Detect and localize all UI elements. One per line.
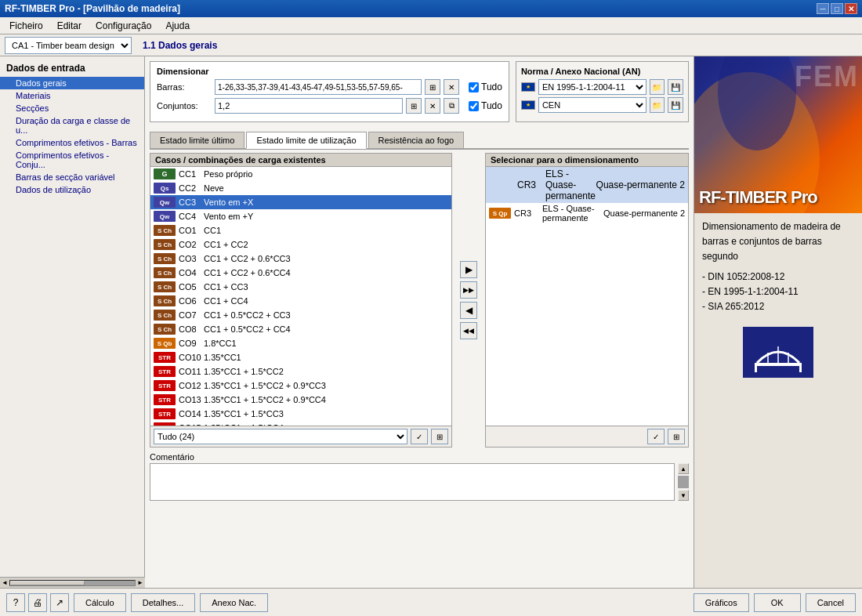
main-area: Dados de entrada Dados gerais Materiais … xyxy=(0,56,862,588)
an-save-btn[interactable]: 💾 xyxy=(668,97,683,113)
comment-scroll-up[interactable]: ▲ xyxy=(678,463,689,474)
list-item[interactable]: S Ch CO8 CC1 + 0.5*CC2 + CC4 xyxy=(150,322,451,336)
sidebar-item-barras-variavel[interactable]: Barras de secção variável xyxy=(0,171,144,183)
lc-badge: S Ch xyxy=(154,310,176,321)
cancel-button[interactable]: Cancel xyxy=(806,593,856,612)
comment-scrollbar[interactable]: ▲ ▼ xyxy=(678,463,689,501)
barras-select-btn[interactable]: ⊞ xyxy=(425,79,440,95)
sidebar-scrollbar[interactable]: ◄ ► xyxy=(0,577,145,588)
conjuntos-tudo-checkbox[interactable] xyxy=(469,101,479,111)
lc-badge: G xyxy=(154,168,176,179)
sidebar-item-materiais[interactable]: Materiais xyxy=(0,89,144,102)
list-item[interactable]: S Ch CO6 CC1 + CC4 xyxy=(150,294,451,308)
window-title: RF-TIMBER Pro - [Pavilhão de madeira] xyxy=(5,3,180,14)
selected-cases-panel: Selecionar para o dimensionamento CR3 EL… xyxy=(485,153,689,448)
norma-save-btn[interactable]: 💾 xyxy=(668,79,683,95)
bridge-svg xyxy=(751,333,806,372)
list-item[interactable]: STR CO12 1.35*CC1 + 1.5*CC2 + 0.9*CC3 xyxy=(150,379,451,393)
cases-grid-btn[interactable]: ⊞ xyxy=(431,429,448,444)
scroll-track[interactable] xyxy=(9,580,136,586)
add-one-button[interactable]: ▶ xyxy=(460,261,477,278)
list-item[interactable]: S Ch CO3 CC1 + CC2 + 0.6*CC3 xyxy=(150,252,451,266)
tab-els[interactable]: Estado limite de utilização xyxy=(246,132,366,149)
list-item[interactable]: STR CO10 1.35*CC1 xyxy=(150,350,451,364)
cases-filter-dropdown[interactable]: Tudo (24) xyxy=(154,429,407,444)
sidebar-item-dados-gerais[interactable]: Dados gerais xyxy=(0,77,144,89)
anexo-button[interactable]: Anexo Nac. xyxy=(200,593,268,612)
sidebar-item-dados-util[interactable]: Dados de utilização xyxy=(0,183,144,196)
conjuntos-extra-btn[interactable]: ⧉ xyxy=(444,98,459,114)
lc-badge: Qs xyxy=(154,183,176,194)
list-item[interactable]: S Ch CO5 CC1 + CC3 xyxy=(150,280,451,294)
barras-input[interactable] xyxy=(215,79,422,95)
sidebar-item-comp-conj[interactable]: Comprimentos efetivos - Conju... xyxy=(0,149,144,171)
sidebar-item-duracao[interactable]: Duração da carga e classe de u... xyxy=(0,114,144,136)
selected-item[interactable]: S Qp CR3 ELS - Quase-permanente Quase-pe… xyxy=(486,203,688,223)
help-button[interactable]: ? xyxy=(6,593,25,612)
ok-button[interactable]: OK xyxy=(754,593,801,612)
conjuntos-input[interactable] xyxy=(215,98,403,114)
comment-scroll-down[interactable]: ▼ xyxy=(678,490,689,501)
comment-section: Comentário ▲ ▼ xyxy=(150,452,689,501)
list-item[interactable]: G CC1 Peso próprio xyxy=(150,167,451,181)
norma-select[interactable]: EN 1995-1-1:2004-11 xyxy=(538,79,646,95)
cases-check-btn[interactable]: ✓ xyxy=(411,429,428,444)
minimize-button[interactable]: ─ xyxy=(817,3,829,14)
menu-configuracao[interactable]: Configuração xyxy=(89,19,158,33)
menu-ficheiro[interactable]: Ficheiro xyxy=(3,19,49,33)
lc-badge: STR xyxy=(154,352,176,363)
remove-all-button[interactable]: ◀◀ xyxy=(460,322,477,339)
barras-label: Barras: xyxy=(157,82,212,92)
list-item[interactable]: Qw CC3 Vento em +X xyxy=(150,195,451,209)
graficos-button[interactable]: Gráficos xyxy=(694,593,749,612)
list-item[interactable]: STR CO11 1.35*CC1 + 1.5*CC2 xyxy=(150,364,451,379)
panels-row: Casos / combinações de carga existentes … xyxy=(150,153,689,448)
list-item[interactable]: S Qb CO9 1.8*CC1 xyxy=(150,336,451,350)
remove-one-button[interactable]: ◀ xyxy=(460,302,477,319)
sidebar-item-comp-barras[interactable]: Comprimentos efetivos - Barras xyxy=(0,136,144,149)
list-item[interactable]: S Ch CO1 CC1 xyxy=(150,223,451,237)
sidebar-item-seccoes[interactable]: Secções xyxy=(0,102,144,114)
dimensionar-title: Dimensionar xyxy=(157,67,502,76)
barras-tudo-checkbox[interactable] xyxy=(469,82,479,92)
maximize-button[interactable]: □ xyxy=(831,3,843,14)
tab-elu[interactable]: Estado limite último xyxy=(150,132,244,148)
list-item[interactable]: S Ch CO2 CC1 + CC2 xyxy=(150,237,451,252)
comment-scroll-track xyxy=(678,476,689,488)
add-all-button[interactable]: ▶▶ xyxy=(460,281,477,299)
barras-clear-btn[interactable]: ✕ xyxy=(444,79,459,95)
svg-rect-1 xyxy=(755,363,757,372)
conjuntos-clear-btn[interactable]: ✕ xyxy=(425,98,440,114)
an-folder-btn[interactable]: 📁 xyxy=(650,97,665,113)
existing-cases-header: Casos / combinações de carga existentes xyxy=(150,154,451,167)
existing-cases-panel: Casos / combinações de carga existentes … xyxy=(150,153,452,448)
scroll-left-icon[interactable]: ◄ xyxy=(2,579,8,586)
scroll-right-icon[interactable]: ► xyxy=(137,579,143,586)
menu-editar[interactable]: Editar xyxy=(51,19,88,33)
an-select[interactable]: CEN xyxy=(538,97,646,113)
list-item[interactable]: S Ch CO7 CC1 + 0.5*CC2 + CC3 xyxy=(150,308,451,322)
details-button[interactable]: Detalhes... xyxy=(131,593,196,612)
norma-folder-btn[interactable]: 📁 xyxy=(650,79,665,95)
list-item[interactable]: S Ch CO4 CC1 + CC2 + 0.6*CC4 xyxy=(150,266,451,280)
menu-ajuda[interactable]: Ajuda xyxy=(159,19,196,33)
list-item[interactable]: STR CO13 1.35*CC1 + 1.5*CC2 + 0.9*CC4 xyxy=(150,393,451,407)
case-dropdown[interactable]: CA1 - Timber beam design xyxy=(5,37,132,54)
conjuntos-select-btn[interactable]: ⊞ xyxy=(406,98,422,114)
export-button[interactable]: ↗ xyxy=(50,593,69,612)
existing-cases-list: G CC1 Peso próprio Qs CC2 Neve Qw CC3 Ve… xyxy=(150,167,451,426)
barras-tudo-label: Tudo xyxy=(481,82,502,92)
print-button[interactable]: 🖨 xyxy=(28,593,47,612)
selected-grid-btn[interactable]: ⊞ xyxy=(668,429,685,444)
barras-row: Barras: ⊞ ✕ Tudo xyxy=(157,79,502,95)
scroll-thumb[interactable] xyxy=(10,581,85,585)
list-item[interactable]: Qs CC2 Neve xyxy=(150,181,451,195)
list-item[interactable]: Qw CC4 Vento em +Y xyxy=(150,209,451,223)
list-item[interactable]: STR CO14 1.35*CC1 + 1.5*CC3 xyxy=(150,407,451,421)
selected-check-btn[interactable]: ✓ xyxy=(647,429,665,444)
brand-info: Dimensionamento de madeira de barras e c… xyxy=(694,213,862,321)
calc-button[interactable]: Cálculo xyxy=(74,593,126,612)
tab-fogo[interactable]: Resistência ao fogo xyxy=(368,132,465,148)
comment-textarea[interactable] xyxy=(150,463,675,501)
close-button[interactable]: ✕ xyxy=(845,3,857,14)
